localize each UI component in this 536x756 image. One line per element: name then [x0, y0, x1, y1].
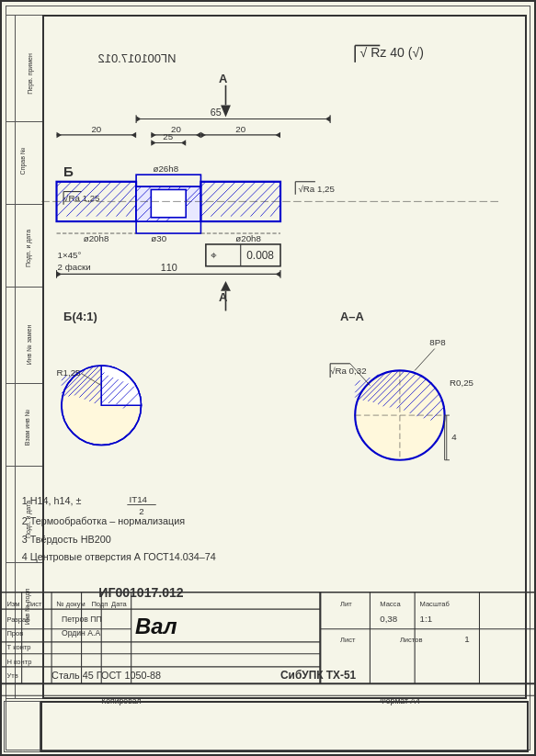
svg-text:Масса: Масса [380, 600, 401, 608]
svg-text:Масштаб: Масштаб [420, 600, 450, 608]
svg-text:ø20h8: ø20h8 [235, 233, 261, 243]
svg-text:Пров: Пров [6, 629, 23, 638]
svg-rect-42 [151, 189, 186, 217]
svg-line-30 [126, 205, 136, 217]
svg-text:1   Н14, h14, ±: 1 Н14, h14, ± [22, 495, 82, 506]
svg-text:Лист: Лист [340, 636, 356, 644]
svg-text:20: 20 [235, 124, 245, 134]
svg-text:Н контр: Н контр [6, 658, 31, 666]
svg-text:Лит: Лит [340, 600, 352, 608]
svg-text:№ докум: № докум [57, 600, 86, 608]
bottom-bar [4, 701, 40, 752]
svg-line-49 [200, 182, 235, 217]
svg-line-48 [200, 182, 225, 207]
svg-text:65: 65 [211, 107, 222, 118]
svg-line-50 [211, 182, 245, 217]
svg-text:25: 25 [163, 131, 173, 141]
svg-text:Листов: Листов [400, 636, 423, 644]
svg-text:Изм: Изм [6, 600, 19, 608]
svg-text:Б(4:1): Б(4:1) [63, 310, 97, 323]
svg-marker-75 [196, 132, 200, 138]
svg-text:А–А: А–А [340, 310, 365, 323]
svg-text:Сталь 45  ГОСТ 1050-88: Сталь 45 ГОСТ 1050-88 [51, 670, 161, 681]
svg-marker-79 [181, 140, 186, 145]
svg-marker-70 [57, 132, 62, 138]
svg-text:Утв: Утв [6, 671, 17, 680]
svg-text:1:1: 1:1 [420, 614, 433, 624]
svg-text:0.008: 0.008 [246, 249, 274, 262]
svg-line-56 [270, 205, 280, 217]
svg-line-27 [97, 182, 131, 217]
svg-line-51 [221, 182, 256, 217]
svg-text:0,38: 0,38 [380, 614, 397, 624]
svg-line-52 [231, 182, 266, 217]
svg-text:Б: Б [63, 164, 74, 179]
svg-text:Разраб: Разраб [6, 615, 30, 624]
svg-line-55 [260, 195, 280, 217]
svg-line-29 [116, 195, 136, 217]
svg-text:2   Термообработка – нормализа: 2 Термообработка – нормализация [22, 515, 186, 526]
svg-text:1: 1 [464, 634, 469, 644]
svg-text:ø26h8: ø26h8 [154, 164, 179, 174]
svg-marker-71 [131, 132, 136, 138]
svg-text:4: 4 [451, 432, 457, 442]
svg-text:R1,25: R1,25 [57, 367, 81, 378]
svg-text:√ Rz 40 (√): √ Rz 40 (√) [360, 45, 424, 60]
svg-text:⌖: ⌖ [211, 249, 217, 262]
svg-marker-97 [221, 281, 231, 291]
svg-text:СибУПК  ТХ-51: СибУПК ТХ-51 [280, 669, 357, 682]
svg-text:20: 20 [91, 124, 101, 134]
svg-line-54 [251, 185, 280, 217]
svg-text:R0,25: R0,25 [450, 378, 473, 388]
svg-marker-65 [57, 271, 62, 276]
page: Перв. примен Справ № Подп. и дата Инв № … [0, 0, 536, 756]
title-block [40, 701, 529, 752]
svg-text:√Ra 1,25: √Ra 1,25 [299, 184, 335, 194]
svg-text:Вал: Вал [135, 614, 177, 638]
svg-line-143 [415, 349, 435, 371]
svg-marker-83 [276, 132, 280, 138]
svg-marker-10 [136, 116, 141, 121]
svg-marker-74 [151, 132, 155, 138]
svg-line-119 [355, 380, 359, 385]
svg-line-47 [200, 182, 215, 197]
technical-drawing: ИГ001017.012 √ Rz 40 (√) А 65 Б √Ra 1,25 [2, 2, 534, 754]
svg-text:Лист: Лист [27, 600, 42, 608]
svg-marker-66 [276, 271, 280, 276]
svg-rect-32 [136, 221, 200, 233]
svg-text:110: 110 [161, 262, 177, 273]
svg-line-28 [107, 185, 136, 217]
svg-text:2 фаски: 2 фаски [58, 262, 91, 272]
svg-text:ø20h8: ø20h8 [84, 233, 109, 243]
svg-marker-6 [221, 105, 231, 117]
svg-marker-78 [151, 140, 155, 145]
svg-rect-31 [136, 175, 200, 186]
svg-text:ИГ001017.012: ИГ001017.012 [98, 51, 177, 65]
svg-text:Подп: Подп [91, 600, 108, 608]
svg-text:4   Центровые отверстия А ГОСТ: 4 Центровые отверстия А ГОСТ14.034–74 [22, 551, 216, 562]
svg-marker-82 [200, 132, 205, 138]
svg-text:Т контр: Т контр [6, 643, 30, 651]
svg-line-53 [241, 182, 276, 217]
svg-text:А: А [219, 290, 228, 304]
svg-text:IT14: IT14 [130, 494, 148, 504]
svg-text:А: А [219, 72, 228, 85]
svg-text:1×45°: 1×45° [58, 250, 82, 260]
svg-text:√Ra 0,32: √Ra 0,32 [330, 366, 366, 376]
svg-marker-11 [325, 116, 330, 121]
svg-text:ø30: ø30 [151, 233, 166, 243]
svg-text:Дата: Дата [111, 600, 128, 608]
svg-text:8P8: 8P8 [429, 337, 445, 347]
svg-text:3   Твёрдость НВ200: 3 Твёрдость НВ200 [22, 534, 111, 545]
